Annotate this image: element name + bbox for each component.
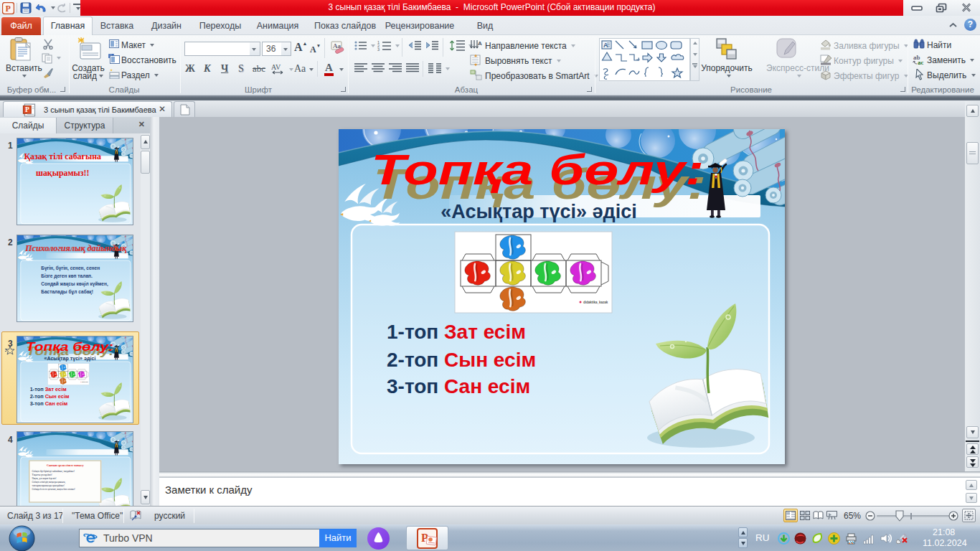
svg-text:ac: ac: [918, 59, 924, 65]
svg-text:AV: AV: [271, 63, 281, 71]
svg-text:A: A: [478, 40, 482, 47]
svg-text:P: P: [6, 4, 11, 14]
svg-text:A: A: [603, 42, 608, 49]
svg-text:3: 3: [377, 47, 380, 51]
svg-text:P: P: [25, 106, 29, 113]
